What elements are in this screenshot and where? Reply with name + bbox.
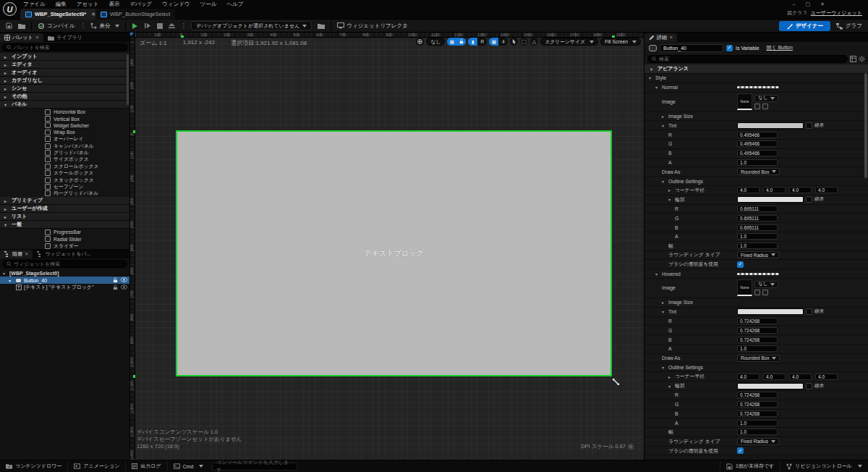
menu-item-ツール[interactable]: ツール xyxy=(200,1,217,8)
fill-screen-dropdown[interactable]: Fill Screen xyxy=(600,38,641,46)
number-input[interactable]: 0.695111 xyxy=(737,224,778,231)
dropdown[interactable]: Fixed Radius xyxy=(737,251,779,258)
hierarchy-root-row[interactable]: ▾ [WBP_StageSelect0] xyxy=(0,269,129,277)
corner-radius-input[interactable]: 4.0 xyxy=(789,374,812,380)
expander-arrow[interactable]: ▸ xyxy=(662,114,666,119)
image-none-thumb[interactable]: None xyxy=(737,93,752,110)
snap-grid-icon[interactable]: ▦ xyxy=(447,38,456,46)
corner-radius-input[interactable]: 4.0 xyxy=(815,374,838,380)
palette-item[interactable]: Radial Slider xyxy=(0,235,129,242)
tab-hierarchy[interactable]: 階層 ✕ xyxy=(0,250,33,258)
dropdown[interactable]: Fixed Radius xyxy=(737,438,779,445)
inherit-checkbox[interactable] xyxy=(806,122,812,129)
browse-asset-icon[interactable] xyxy=(762,104,768,109)
menu-item-ファイル[interactable]: ファイル xyxy=(23,1,46,8)
widget-reflector-button[interactable]: ウィジェットリフレクタ xyxy=(334,21,410,31)
expander-arrow[interactable]: ▾ xyxy=(4,102,9,107)
expander-arrow[interactable]: ▾ xyxy=(662,179,666,184)
palette-category[interactable]: ▸シンセ xyxy=(0,85,129,93)
number-input[interactable]: 0.695111 xyxy=(737,206,778,212)
expander-arrow[interactable]: ▸ xyxy=(4,54,9,59)
palette-item[interactable]: グリッドパネル xyxy=(0,149,129,156)
expander-arrow[interactable]: ▾ xyxy=(655,85,660,90)
image-none-thumb[interactable]: None xyxy=(737,279,752,296)
palette-category[interactable]: ▸ユーザーが作成 xyxy=(0,205,129,213)
corner-radius-input[interactable]: 4.0 xyxy=(737,374,760,380)
display-filter-icon[interactable] xyxy=(850,56,856,62)
rotation-snap-value[interactable]: R xyxy=(477,38,487,46)
graph-mode-button[interactable]: グラフ xyxy=(836,21,862,31)
palette-item[interactable]: サイズボックス xyxy=(0,156,129,163)
palette-item[interactable]: スタックボックス xyxy=(0,177,129,183)
palette-category[interactable]: ▾一般 xyxy=(0,221,129,229)
stop-button[interactable] xyxy=(154,21,166,31)
use-selected-asset-icon[interactable] xyxy=(754,104,760,109)
tab-wbp-stageselect0[interactable]: WBP_StageSelect0* ✕ xyxy=(20,9,101,20)
palette-category[interactable]: ▸その他 xyxy=(0,93,129,101)
expander-arrow[interactable]: ▸ xyxy=(4,94,9,99)
corner-radius-input[interactable]: 4.0 xyxy=(737,187,760,193)
cmd-dropdown[interactable]: Cmd xyxy=(168,460,210,472)
number-input[interactable]: 0.724268 xyxy=(737,337,778,343)
inherit-checkbox[interactable] xyxy=(806,196,812,203)
expander-arrow[interactable]: ▾ xyxy=(649,75,653,80)
expander-arrow[interactable]: ▸ xyxy=(662,300,666,305)
palette-item[interactable]: キャンバスパネル xyxy=(0,143,129,149)
respect-locks-icon[interactable] xyxy=(530,38,538,46)
details-search-input[interactable]: 検索 xyxy=(647,55,848,63)
palette-item[interactable]: 均一グリッドパネル xyxy=(0,190,129,197)
expander-arrow[interactable]: ▾ xyxy=(9,278,13,283)
animation-panel-button[interactable]: アニメーション xyxy=(68,460,126,472)
cursor-select-icon[interactable] xyxy=(510,38,518,46)
expander-arrow[interactable]: ▸ xyxy=(4,78,9,83)
tab-close-icon[interactable]: ✕ xyxy=(669,35,673,41)
color-swatch[interactable] xyxy=(737,196,804,203)
eye-visibility-icon[interactable] xyxy=(121,277,127,282)
property-checkbox[interactable]: ✓ xyxy=(737,447,744,454)
details-scrollbar[interactable] xyxy=(864,73,867,178)
maximize-button[interactable]: ▢ xyxy=(806,1,811,7)
dropdown[interactable]: Rounded Box xyxy=(737,355,780,362)
tab-close-icon[interactable]: ✕ xyxy=(35,35,39,41)
console-command-input[interactable]: コンソールコマンドを入力します xyxy=(212,463,297,471)
number-input[interactable]: 0.724268 xyxy=(737,392,778,398)
color-swatch[interactable] xyxy=(737,308,804,315)
dropdown[interactable]: なし xyxy=(754,281,778,288)
frame-skip-button[interactable] xyxy=(142,21,154,31)
expander-arrow[interactable]: ▸ xyxy=(4,198,9,203)
lock-icon[interactable] xyxy=(113,285,118,290)
number-input[interactable]: 1.0 xyxy=(737,233,778,240)
designer-canvas[interactable]: 1000100200300400500600700800900100011001… xyxy=(130,33,644,460)
expander-arrow[interactable]: ▾ xyxy=(668,384,673,389)
palette-item[interactable]: スライダー xyxy=(0,243,129,249)
localization-preview-icon[interactable] xyxy=(416,38,424,46)
number-input[interactable]: 1.0 xyxy=(737,429,778,435)
flow-direction-dropdown[interactable]: なし xyxy=(426,38,445,46)
grid-snap-lock-toggle[interactable]: ▦ xyxy=(447,38,466,46)
hierarchy-text-row[interactable]: [テキスト] "テキストブロック" xyxy=(0,284,129,291)
designer-mode-button[interactable]: デザイナー xyxy=(779,21,830,31)
color-swatch[interactable] xyxy=(737,383,804,389)
expander-arrow[interactable]: ▸ xyxy=(4,62,9,67)
corner-radius-input[interactable]: 4.0 xyxy=(763,374,786,380)
expander-arrow[interactable]: ▾ xyxy=(650,67,655,72)
play-button[interactable] xyxy=(129,21,142,31)
corner-radius-input[interactable]: 4.0 xyxy=(815,187,838,193)
expander-arrow[interactable]: ▸ xyxy=(668,374,673,379)
expander-arrow[interactable]: ▸ xyxy=(4,70,9,75)
open-button-link[interactable]: 開く Button xyxy=(767,44,793,51)
expander-arrow[interactable]: ▸ xyxy=(668,187,673,193)
palette-item[interactable]: スクロールボックス xyxy=(0,163,129,169)
property-checkbox[interactable]: ✓ xyxy=(737,261,744,268)
menu-item-表示[interactable]: 表示 xyxy=(109,1,119,8)
number-input[interactable]: 0.724268 xyxy=(737,318,778,324)
is-variable-checkbox[interactable]: ✓ xyxy=(726,45,733,51)
gear-icon[interactable] xyxy=(859,56,865,62)
palette-category[interactable]: ▸オーディオ xyxy=(0,69,129,77)
palette-category[interactable]: ▸プリミティブ xyxy=(0,197,129,205)
grid-snap-value[interactable]: 4 xyxy=(498,38,508,46)
eject-button[interactable] xyxy=(166,21,178,31)
dropdown[interactable]: Rounded Box xyxy=(737,168,780,175)
expander-arrow[interactable]: ▸ xyxy=(4,214,9,219)
browse-debug-button[interactable] xyxy=(315,21,328,31)
